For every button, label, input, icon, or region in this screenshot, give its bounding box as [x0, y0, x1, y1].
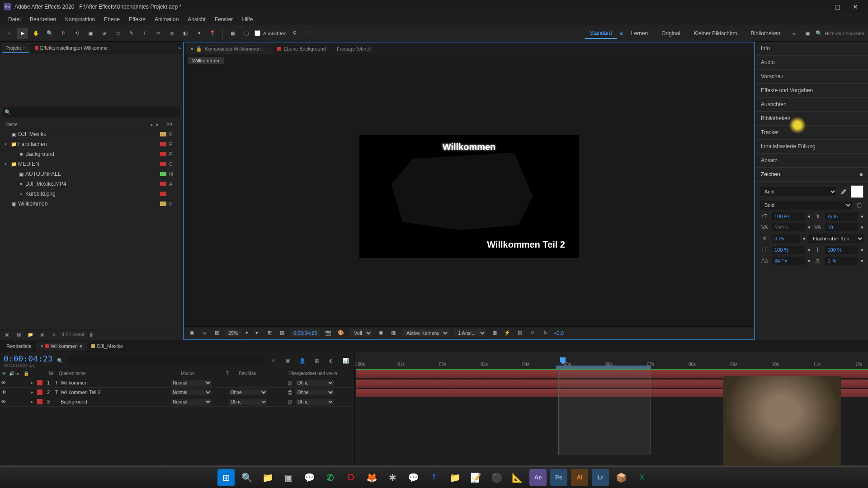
tb-ps[interactable]: Ps	[550, 469, 567, 486]
timeline-layer-row[interactable]: 👁 ▸ 3 Background Normal Ohne @ Ohne	[0, 397, 354, 407]
font-family-select[interactable]: Arial	[760, 187, 836, 196]
dropdown-icon[interactable]: ▾	[808, 214, 811, 220]
eyedropper-icon[interactable]: 💉	[839, 188, 848, 195]
brush-tool[interactable]: ✏	[153, 28, 164, 39]
menu-datei[interactable]: Datei	[4, 14, 25, 24]
sort-icon[interactable]: ▴	[151, 122, 153, 127]
camera-tool[interactable]: ▣	[85, 28, 96, 39]
panel-vorschau[interactable]: Vorschau	[755, 70, 868, 84]
panel-ausrichten[interactable]: Ausrichten	[755, 98, 868, 112]
col-tag[interactable]: ●	[156, 122, 166, 127]
timeline-icon[interactable]: ▤	[516, 330, 524, 336]
pixel-aspect-icon[interactable]: ▦	[491, 330, 499, 336]
visibility-toggle[interactable]: 👁	[0, 380, 7, 385]
timeline-layer-row[interactable]: 👁 ▸ 2 T Willkommen Teil 2 Normal Ohne @ …	[0, 388, 354, 397]
panel-overflow[interactable]: »	[178, 45, 181, 51]
pan-behind-tool[interactable]: ⊕	[99, 28, 109, 39]
eraser-tool[interactable]: ◧	[180, 28, 191, 39]
search-tool[interactable]: ⬚	[303, 28, 314, 39]
layer-tag[interactable]	[37, 389, 42, 395]
workspace-original[interactable]: Original	[656, 28, 685, 38]
shape-tool[interactable]: ▭	[112, 28, 123, 39]
grid-icon[interactable]: ⊞	[265, 330, 274, 336]
maximize-button[interactable]: ▢	[828, 0, 846, 14]
tree-row[interactable]: ▾ DJI_Mexiko.MP4 A	[3, 179, 180, 189]
expand-icon[interactable]: ▾	[5, 142, 10, 146]
panel-info[interactable]: Info	[755, 42, 868, 56]
col-name[interactable]: Quellenname	[57, 371, 179, 376]
pen-tool[interactable]: ✎	[126, 28, 137, 39]
new-folder-icon[interactable]: 📁	[26, 331, 34, 339]
expand-icon[interactable]: ▸	[29, 380, 35, 385]
lock-icon[interactable]: 🔒	[196, 46, 202, 52]
tb-excel[interactable]: X	[633, 469, 651, 486]
tree-row[interactable]: ▣ Willkommen K	[3, 199, 180, 209]
baseline-value[interactable]: 34 Px	[772, 257, 805, 265]
transparency-icon[interactable]: ∞	[200, 330, 208, 336]
panel-absatz[interactable]: Absatz	[755, 154, 868, 168]
menu-animation[interactable]: Animation	[150, 14, 183, 24]
dropdown-icon[interactable]: ▾	[861, 258, 863, 264]
camera-select[interactable]: Aktive Kamera	[402, 329, 449, 337]
tl-tab-comp2[interactable]: DJI_Mexiko	[87, 342, 127, 351]
tree-row[interactable]: ▣ AUTOUNFALL M	[3, 169, 180, 179]
workspace-menu-icon[interactable]: ≡	[620, 31, 623, 36]
kerning-value[interactable]: Metrik	[772, 223, 805, 231]
views-select[interactable]: 1 Ansi...	[453, 329, 486, 337]
dropdown-icon[interactable]: ▾	[803, 236, 806, 242]
comp-mini-icon[interactable]: ⚛	[269, 356, 278, 366]
fast-preview-icon[interactable]: ⚡	[503, 330, 511, 336]
tree-row[interactable]: ▣ DJI_Mexiko K	[3, 129, 180, 139]
selection-tool[interactable]: ▶	[17, 28, 28, 39]
workspace-kleiner[interactable]: Kleiner Bildschirm	[689, 28, 743, 38]
tb-lr[interactable]: Lr	[592, 469, 609, 486]
tb-whatsapp[interactable]: ✆	[321, 469, 339, 486]
menu-effekte[interactable]: Effekte	[124, 14, 150, 24]
project-search[interactable]: 🔍	[3, 107, 180, 117]
hscale-value[interactable]: 100 %	[825, 246, 859, 254]
guides-icon[interactable]: ▦	[278, 330, 286, 336]
layer-tab[interactable]: Ebene Background	[273, 44, 330, 53]
help-search[interactable]: 🔍 Hilfe durchsuchen	[816, 30, 864, 36]
viewport[interactable]: Willkommen Willkommen Teil 2	[184, 66, 754, 326]
workspace-reset[interactable]: ▣	[802, 28, 813, 39]
label-tag[interactable]	[160, 152, 166, 156]
toggle-alpha-icon[interactable]: ▦	[389, 330, 397, 336]
label-tag[interactable]	[160, 172, 166, 176]
comp-tab-main[interactable]: × 🔒 Komposition Willkommen ≡	[186, 44, 271, 54]
parent-select[interactable]: Ohne	[296, 399, 334, 405]
font-size-value[interactable]: 100 Px	[772, 212, 805, 221]
layer-tag[interactable]	[37, 380, 42, 385]
menu-hilfe[interactable]: Hilfe	[237, 14, 257, 24]
composition-canvas[interactable]: Willkommen Willkommen Teil 2	[359, 135, 579, 258]
zoom-tool[interactable]: 🔍	[44, 28, 55, 39]
graph-editor-icon[interactable]: 📊	[341, 356, 351, 366]
leading-value[interactable]: Auto	[825, 212, 859, 221]
puppet-tool[interactable]: 📍	[207, 28, 218, 39]
menu-bearbeiten[interactable]: Bearbeiten	[25, 14, 61, 24]
eye-col-icon[interactable]: 👁	[0, 371, 7, 376]
parent-pick-icon[interactable]: @	[288, 399, 296, 404]
col-bew[interactable]: BewMas	[237, 371, 287, 376]
shy-icon[interactable]: 👤	[297, 356, 307, 366]
parent-select[interactable]: Ohne	[296, 380, 334, 386]
expand-icon[interactable]: ▸	[29, 390, 35, 394]
menu-fenster[interactable]: Fenster	[210, 14, 238, 24]
workspace-standard[interactable]: Standard	[585, 28, 618, 39]
timeline-layer-row[interactable]: 👁 ▸ 1 T Willkommen Normal @ Ohne	[0, 378, 354, 388]
tb-app2[interactable]: 📦	[613, 469, 630, 486]
effect-controls-tab[interactable]: Effekteinstellungen Willkomme	[31, 43, 112, 52]
stroke-width-value[interactable]: 0 Px	[772, 235, 800, 243]
hand-tool[interactable]: ✋	[31, 28, 42, 39]
home-tool[interactable]: ⌂	[4, 28, 14, 39]
tab-menu-icon[interactable]: ≡	[264, 46, 266, 52]
dropdown-icon[interactable]: ▾	[861, 247, 863, 253]
breadcrumb-item[interactable]: Willkommen	[188, 57, 224, 64]
frame-blend-icon[interactable]: ▦	[312, 356, 322, 366]
parent-select[interactable]: Ohne	[296, 389, 334, 395]
text-tool[interactable]: T	[139, 28, 150, 39]
parent-pick-icon[interactable]: @	[288, 389, 296, 395]
tb-chat[interactable]: 💬	[301, 469, 318, 486]
visibility-toggle[interactable]: 👁	[0, 399, 7, 404]
zoom-select[interactable]: 25%	[226, 329, 241, 337]
